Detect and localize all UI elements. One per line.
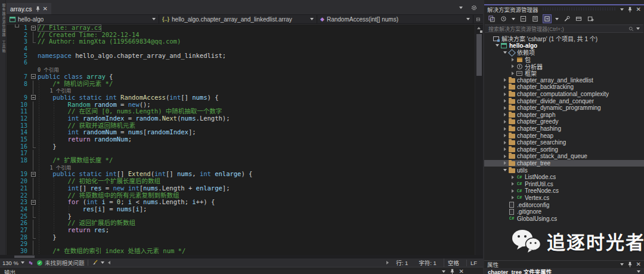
tree-item-chapter_sorting[interactable]: chapter_sorting [484,146,644,153]
pin-icon[interactable] [628,261,632,267]
tab-list-chevron-down-icon[interactable] [459,7,463,9]
tree-item-chapter_divide_and_conquer[interactable]: chapter_divide_and_conquer [484,97,644,104]
editor-options-gear-icon[interactable] [471,5,477,11]
window-position-chevron-icon[interactable] [620,8,624,11]
tree-item-.gitignore[interactable]: .gitignore [484,208,644,215]
tree-item-treenode.cs[interactable]: C#TreeNode.cs [484,187,644,195]
fold-toggle-icon[interactable] [31,26,36,30]
collapsed-arrow-icon[interactable] [504,99,506,103]
tree-item-chapter_graph[interactable]: chapter_graph [484,112,644,119]
zoom-control[interactable]: 130 % [2,260,24,266]
code-line[interactable]: 24 res[i] = nums[i]; [7,206,475,213]
code-editor[interactable]: 1// File: array.cs2// Created Time: 2022… [7,24,483,255]
collapsed-arrow-icon[interactable] [504,106,506,110]
close-icon[interactable]: ✕ [43,6,48,12]
chevron-down-icon[interactable] [442,270,445,273]
code-line[interactable]: 27 return res; [7,227,475,234]
status-purple-icon[interactable] [28,260,33,266]
tree-item-chapter_backtracking[interactable]: chapter_backtracking [484,84,644,91]
collapsed-arrow-icon[interactable] [512,196,514,199]
messages-toggle-icon[interactable] [108,261,110,264]
dock-tab-toolbox[interactable]: 工具箱 [0,37,7,53]
scroll-up-arrow-icon[interactable] [477,27,481,29]
code-line[interactable]: 6 [7,59,475,66]
output-panel-title[interactable]: 输出 [4,268,16,274]
code-line[interactable]: 8 /* 随机访问元素 */ [7,81,475,88]
editor-vertical-scrollbar[interactable] [475,24,483,255]
tree-item--[interactable]: 依赖项 [484,49,644,56]
document-health-indicator[interactable]: ✓ 未找到相关问题 [37,258,85,267]
tree-item-chapter_greedy[interactable]: chapter_greedy [484,118,644,125]
collapsed-arrow-icon[interactable] [512,189,514,193]
tree-item--[interactable]: 包 [484,56,644,63]
code-line[interactable]: 30 /* 在数组的索引 index 处插入元素 num */ [7,248,475,255]
collapsed-arrow-icon[interactable] [504,134,506,137]
tree-item-chapter_hashing[interactable]: chapter_hashing [484,125,644,133]
close-icon[interactable]: ✕ [636,7,641,13]
tree-item-chapter_dynamic_programming[interactable]: chapter_dynamic_programming [484,104,644,112]
scrollbar-thumb[interactable] [14,255,35,258]
split-editor-button[interactable] [473,15,483,23]
collapse-all-button[interactable] [519,15,527,23]
fold-toggle-icon[interactable] [31,95,36,100]
collapsed-arrow-icon[interactable] [504,93,506,96]
breadcrumb-type[interactable]: {..} hello_algo.chapter_array_and_linked… [159,15,317,23]
expanded-arrow-icon[interactable] [496,44,499,47]
fold-toggle-icon[interactable] [31,172,36,177]
whitespace-toggle[interactable]: 空格 [444,258,463,267]
collapsed-arrow-icon[interactable] [512,64,514,68]
tree-item-utils[interactable]: utils [484,167,644,174]
code-line[interactable]: 5namespace hello_algo.chapter_array_and_… [7,53,475,60]
tree-item-chapter_computational_complexity[interactable]: chapter_computational_complexity [484,91,644,98]
tree-item-hello-algo[interactable]: hello-algo [484,42,644,50]
close-icon[interactable]: ✕ [636,261,641,267]
collapsed-arrow-icon[interactable] [504,85,506,89]
dock-tab-server-explorer[interactable]: 服务器资源管理器 [0,0,7,37]
tree-item-globalusing.cs[interactable]: C#GlobalUsing.cs [484,215,644,222]
expanded-arrow-icon[interactable] [503,51,507,54]
tree-item-printutil.cs[interactable]: C#PrintUtil.cs [484,180,644,187]
tree-item-.editorconfig[interactable]: .editorconfig [484,201,644,208]
collapsed-arrow-icon[interactable] [504,147,506,151]
wrench-properties-button[interactable] [563,15,571,23]
code-line[interactable]: 28 } [7,234,475,241]
properties-object-selector[interactable]: chapter_tree 文件夹属性 [484,268,644,274]
preview-selected-items-button[interactable] [575,15,583,23]
collapsed-arrow-icon[interactable] [504,161,506,165]
chevron-down-icon[interactable] [555,18,559,20]
breadcrumb-member[interactable]: ◆ RandomAccess(int[] nums) [317,15,473,23]
tree-item-chapter_searching[interactable]: chapter_searching [484,139,644,146]
pin-icon[interactable] [628,7,632,13]
fold-toggle-icon[interactable] [31,74,36,79]
pin-icon[interactable] [450,269,454,274]
eol-toggle[interactable]: LF [466,260,481,266]
window-position-chevron-icon[interactable] [620,263,624,266]
switch-views-button[interactable] [488,15,496,23]
fold-toggle-icon[interactable] [31,200,36,205]
pin-icon[interactable] [36,6,40,12]
collapsed-arrow-icon[interactable] [512,182,514,186]
code-line[interactable]: 15 return randomNum; [7,136,475,143]
pending-changes-filter-button[interactable] [500,15,507,23]
tree-item-chapter_heap[interactable]: chapter_heap [484,132,644,139]
code-cleanup-button[interactable] [92,260,104,266]
tree-item-listnode.cs[interactable]: C#ListNode.cs [484,174,644,181]
expanded-arrow-icon[interactable] [503,169,507,171]
solution-search-input[interactable]: 搜索解决方案资源管理器(Ctrl+;) [485,24,643,33]
scrollbar-thumb[interactable] [476,34,482,76]
tree-item-vertex.cs[interactable]: C#Vertex.cs [484,195,644,202]
collapsed-arrow-icon[interactable] [504,141,506,144]
sync-with-active-document-button[interactable] [543,15,551,23]
code-line[interactable]: 3// Author: mingXta (1195669834@qq.com) [7,38,475,45]
collapsed-arrow-icon[interactable] [504,155,506,158]
tree-item-chapter_array_and_linkedlist[interactable]: chapter_array_and_linkedlist [484,77,644,84]
tab-array-cs[interactable]: array.cs ✕ [7,3,51,14]
collapsed-arrow-icon[interactable] [512,58,514,61]
collapsed-arrow-icon[interactable] [504,120,506,124]
tree-item-chapter_tree[interactable]: chapter_tree [484,160,644,167]
code-line[interactable]: 16 } [7,143,475,150]
collapsed-arrow-icon[interactable] [504,78,506,82]
new-item-button[interactable] [587,15,595,23]
chevron-down-icon[interactable] [512,18,515,20]
collapsed-arrow-icon[interactable] [504,113,506,116]
